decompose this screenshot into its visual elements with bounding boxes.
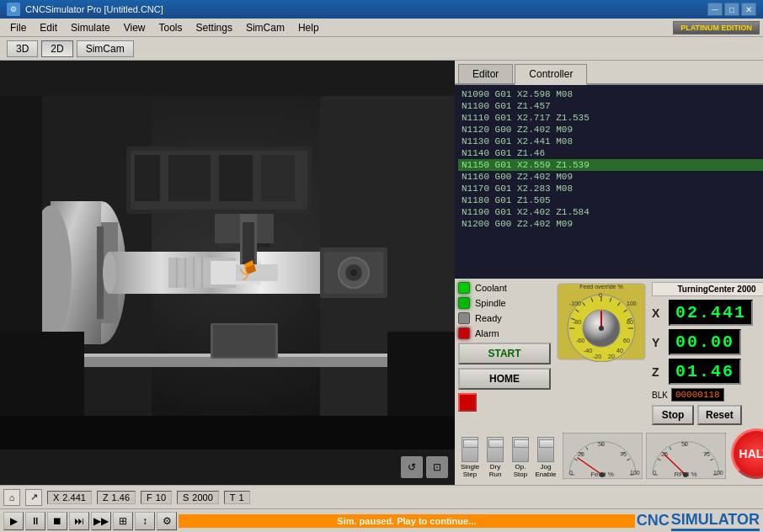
svg-text:100: 100 <box>713 470 723 476</box>
menu-simcam[interactable]: SimCam <box>239 20 291 35</box>
status-z-label: Z <box>103 492 109 503</box>
status-t: T 1 <box>224 491 250 504</box>
blk-label: BLK <box>652 391 668 400</box>
status-s-label: S <box>183 492 189 503</box>
close-button[interactable]: ✕ <box>741 3 756 16</box>
svg-text:-20: -20 <box>593 354 601 359</box>
toolbar-3d[interactable]: 3D <box>7 40 38 57</box>
status-f-label: F <box>147 492 152 503</box>
fast-forward-button[interactable]: ▶▶ <box>91 512 111 530</box>
status-item: Ready <box>458 312 551 324</box>
toggle-switch[interactable] <box>462 437 478 462</box>
svg-text:0: 0 <box>653 470 656 476</box>
svg-rect-36 <box>168 155 211 201</box>
stop-playback-button[interactable]: ⏹ <box>47 512 67 530</box>
status-led <box>458 297 470 309</box>
coord-x-row: X 02.441 <box>652 300 763 326</box>
svg-text:75: 75 <box>703 451 710 457</box>
menu-tools[interactable]: Tools <box>152 20 189 35</box>
status-f-value: 10 <box>156 492 166 503</box>
minimize-button[interactable]: ─ <box>707 3 723 16</box>
x-display: 02.441 <box>669 300 753 326</box>
status-item: Spindle <box>458 297 551 309</box>
menu-simulate[interactable]: Simulate <box>64 20 117 35</box>
halt-button[interactable]: HALT! <box>731 428 763 479</box>
svg-rect-37 <box>219 155 253 201</box>
menu-file[interactable]: File <box>3 20 33 35</box>
main-layout: ↺ ⊡ Editor Controller N1090 G01 X2.598 M… <box>0 61 763 485</box>
tab-editor[interactable]: Editor <box>458 64 513 83</box>
svg-text:-80: -80 <box>573 319 581 325</box>
svg-rect-9 <box>97 226 104 319</box>
code-editor[interactable]: N1090 G01 X2.598 M08N1100 G01 Z1.457N111… <box>455 85 763 279</box>
svg-text:100: 100 <box>630 470 640 476</box>
toggle-switch[interactable] <box>537 437 554 462</box>
svg-text:20: 20 <box>608 354 615 359</box>
menu-settings[interactable]: Settings <box>189 20 239 35</box>
home-button[interactable]: HOME <box>458 368 551 390</box>
svg-rect-42 <box>213 325 275 357</box>
status-label: Coolant <box>475 283 507 293</box>
emergency-stop-indicator[interactable] <box>458 393 477 412</box>
toggle-switch[interactable] <box>512 437 529 462</box>
toggle-col: Jog Enable <box>534 437 558 479</box>
toolbar-simcam[interactable]: SimCam <box>77 40 134 57</box>
svg-text:40: 40 <box>616 348 623 354</box>
code-line: N1190 G01 X2.402 Z1.584 <box>458 206 763 218</box>
viewport-3d[interactable]: ↺ ⊡ <box>0 61 455 485</box>
status-z-value: 1.46 <box>112 492 130 503</box>
viewport-refresh-btn[interactable]: ↺ <box>401 456 423 478</box>
toggle-handle <box>463 439 478 448</box>
toggle-handle <box>514 439 529 448</box>
stop-button[interactable]: Stop <box>652 405 694 425</box>
code-line: N1160 G00 Z2.402 M09 <box>458 171 763 183</box>
svg-text:0: 0 <box>599 292 602 298</box>
svg-text:25: 25 <box>578 451 584 457</box>
menu-help[interactable]: Help <box>291 20 326 35</box>
icon-btn-3[interactable]: ⚙ <box>157 512 177 530</box>
status-s-value: 2000 <box>192 492 212 503</box>
x-label: X <box>652 306 665 320</box>
toggle-switch[interactable] <box>487 437 504 462</box>
toggle-col: Dry Run <box>483 437 507 479</box>
toolbar-2d[interactable]: 2D <box>41 40 72 57</box>
viewport-fit-btn[interactable]: ⊡ <box>426 456 448 478</box>
svg-text:Feed override %: Feed override % <box>579 284 622 290</box>
code-line: N1180 G01 Z1.505 <box>458 194 763 206</box>
reset-button[interactable]: Reset <box>697 405 742 425</box>
y-display: 00.00 <box>669 329 741 355</box>
pause-button[interactable]: ⏸ <box>25 512 45 530</box>
status-bar: ⌂ ↗ X 2.441 Z 1.46 F 10 S 2000 T 1 <box>0 485 763 508</box>
step-forward-button[interactable]: ⏭ <box>69 512 89 530</box>
menu-edit[interactable]: Edit <box>33 20 64 35</box>
svg-point-32 <box>350 269 357 276</box>
menu-view[interactable]: View <box>117 20 152 35</box>
code-line: N1150 G01 X2.559 Z1.539 <box>458 159 763 171</box>
code-line: N1130 G01 X2.441 M08 <box>458 136 763 147</box>
viewport-controls: ↺ ⊡ <box>401 456 448 478</box>
icon-btn-2[interactable]: ↕ <box>135 512 155 530</box>
icon-btn-1[interactable]: ⊞ <box>113 512 133 530</box>
toggle-label: Single Step <box>461 464 479 479</box>
svg-text:-100: -100 <box>569 301 581 306</box>
cnc-logo: CNC SIMULATOR <box>637 511 760 531</box>
maximize-button[interactable]: □ <box>724 3 739 16</box>
status-led <box>458 312 470 324</box>
play-button[interactable]: ▶ <box>3 512 24 530</box>
right-col: TurningCenter 2000 X 02.441 Y 00.00 Z 01… <box>652 282 763 425</box>
rpm-gauge: RPM % <box>646 433 726 479</box>
menubar: File Edit Simulate View Tools Settings S… <box>0 19 763 37</box>
code-line: N1140 G01 Z1.46 <box>458 147 763 159</box>
code-line: N1100 G01 Z1.457 <box>458 100 763 112</box>
status-item: Coolant <box>458 282 551 294</box>
feed-override-gauge: -100 -80 -60 -40 -20 0 20 40 60 80 100 <box>556 282 647 362</box>
svg-text:-60: -60 <box>576 338 584 343</box>
coord-y-row: Y 00.00 <box>652 329 763 355</box>
start-button[interactable]: START <box>458 343 551 364</box>
tab-controller[interactable]: Controller <box>515 64 587 85</box>
home-icon[interactable]: ⌂ <box>3 489 20 506</box>
z-label: Z <box>652 365 665 379</box>
status-x-label: X <box>53 492 59 503</box>
view-toolbar: 3D 2D SimCam <box>0 37 763 61</box>
cursor-icon[interactable]: ↗ <box>25 489 42 506</box>
